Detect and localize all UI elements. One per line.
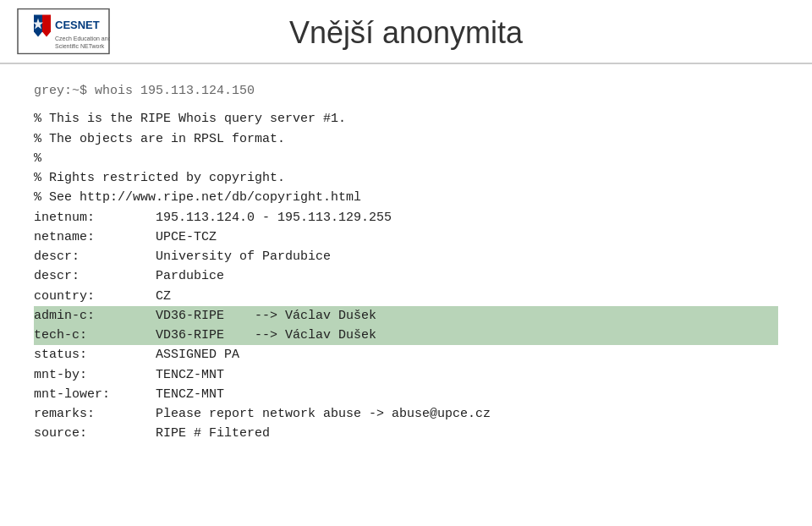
terminal-line-12: tech-c: VD36-RIPE --> Václav Dušek (34, 326, 778, 345)
svg-text:CESNET: CESNET (55, 19, 100, 31)
terminal-line-16: remarks: Please report network abuse -> … (34, 404, 778, 424)
terminal-line-15: mnt-lower: TENCZ-MNT (34, 385, 778, 404)
terminal-line-9: descr: Pardubice (34, 266, 778, 286)
terminal-line-1: % The objects are in RPSL format. (34, 129, 778, 149)
terminal-line-6: inetnum: 195.113.124.0 - 195.113.129.255 (34, 208, 778, 227)
terminal-line-7: netname: UPCE-TCZ (34, 227, 778, 247)
terminal-line-17: source: RIPE # Filtered (34, 424, 778, 443)
command-line: grey:~$ whois 195.113.124.150 (34, 81, 778, 101)
page-header: CESNET Czech Education and Scientific NE… (0, 0, 812, 64)
terminal-line-0: % This is the RIPE Whois query server #1… (34, 109, 778, 129)
terminal-line-14: mnt-by: TENCZ-MNT (34, 365, 778, 385)
terminal-line-2: % (34, 149, 778, 168)
page-title: Vnější anonymita (289, 15, 523, 51)
terminal-line-3: % Rights restricted by copyright. (34, 168, 778, 188)
terminal-line-10: country: CZ (34, 287, 778, 306)
svg-text:Scientific NETwork: Scientific NETwork (55, 43, 105, 49)
content-area: grey:~$ whois 195.113.124.150 % This is … (0, 64, 812, 461)
terminal-line-13: status: ASSIGNED PA (34, 345, 778, 364)
terminal-output: grey:~$ whois 195.113.124.150 % This is … (34, 81, 778, 444)
svg-text:Czech Education and: Czech Education and (55, 36, 110, 41)
terminal-lines: % This is the RIPE Whois query server #1… (34, 109, 778, 443)
logo: CESNET Czech Education and Scientific NE… (17, 8, 110, 55)
terminal-line-8: descr: University of Pardubice (34, 247, 778, 266)
terminal-line-11: admin-c: VD36-RIPE --> Václav Dušek (34, 306, 778, 326)
terminal-line-4: % See http://www.ripe.net/db/copyright.h… (34, 188, 778, 207)
